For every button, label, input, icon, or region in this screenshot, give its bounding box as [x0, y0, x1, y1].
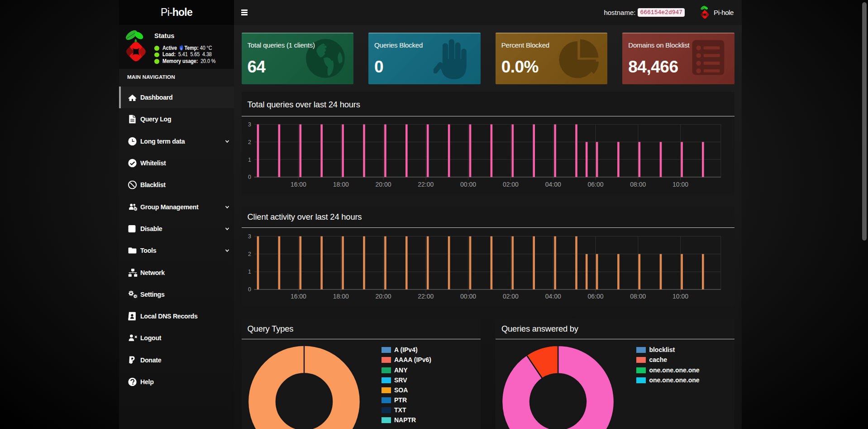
- svg-text:0: 0: [248, 174, 251, 180]
- svg-text:20:00: 20:00: [375, 181, 391, 188]
- svg-text:04:00: 04:00: [545, 293, 561, 300]
- svg-text:10:00: 10:00: [672, 181, 688, 188]
- svg-text:00:00: 00:00: [460, 293, 476, 300]
- svg-text:0: 0: [248, 286, 251, 293]
- svg-text:08:00: 08:00: [630, 181, 646, 188]
- svg-text:3: 3: [248, 233, 251, 240]
- svg-text:00:00: 00:00: [460, 181, 476, 188]
- svg-text:18:00: 18:00: [333, 181, 348, 188]
- svg-text:08:00: 08:00: [630, 293, 646, 300]
- svg-text:20:00: 20:00: [375, 293, 391, 300]
- svg-text:2: 2: [248, 251, 251, 257]
- svg-text:18:00: 18:00: [333, 293, 348, 300]
- svg-text:1: 1: [248, 269, 251, 275]
- svg-text:04:00: 04:00: [545, 181, 561, 188]
- svg-text:22:00: 22:00: [418, 293, 434, 300]
- svg-text:06:00: 06:00: [587, 293, 603, 300]
- svg-text:22:00: 22:00: [418, 181, 434, 188]
- svg-text:02:00: 02:00: [502, 293, 518, 300]
- svg-text:1: 1: [248, 157, 251, 163]
- svg-text:10:00: 10:00: [672, 293, 688, 300]
- svg-text:06:00: 06:00: [587, 181, 603, 188]
- svg-text:2: 2: [248, 139, 251, 145]
- svg-text:16:00: 16:00: [290, 293, 306, 300]
- svg-text:3: 3: [248, 121, 251, 128]
- svg-text:16:00: 16:00: [290, 181, 306, 188]
- svg-text:02:00: 02:00: [502, 181, 518, 188]
